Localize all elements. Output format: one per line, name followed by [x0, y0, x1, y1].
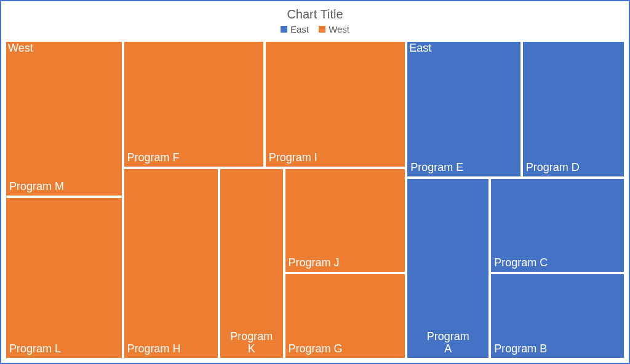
tile-program-a: Program A	[406, 178, 490, 359]
tile-label-program-l: Program L	[9, 343, 61, 355]
tile-program-c: Program C	[490, 178, 625, 273]
tile-program-g: Program G	[284, 273, 407, 359]
tile-label-program-j: Program J	[289, 257, 340, 269]
legend-swatch-east	[281, 26, 287, 33]
tile-program-b: Program B	[490, 273, 625, 359]
tile-program-d: Program D	[522, 41, 625, 178]
tile-label-program-e: Program E	[410, 162, 463, 174]
legend-swatch-west	[319, 26, 325, 33]
tile-program-h: Program H	[123, 168, 219, 359]
tile-program-k: Program K	[219, 168, 284, 359]
legend-item-east: East	[281, 24, 309, 34]
legend: East West	[1, 24, 629, 41]
tile-program-f: Program F	[123, 41, 265, 168]
tile-label-program-m: Program M	[9, 181, 64, 193]
plot-area: West East Program M Program L Program F …	[5, 41, 625, 359]
tile-program-j: Program J	[284, 168, 407, 273]
tile-label-program-h: Program H	[127, 343, 181, 355]
tile-label-program-f: Program F	[127, 152, 180, 164]
tile-label-program-g: Program G	[289, 343, 343, 355]
tile-label-program-d: Program D	[526, 162, 580, 174]
tile-program-l: Program L	[5, 197, 123, 359]
tile-label-program-i: Program I	[269, 152, 317, 164]
tile-label-program-a: Program A	[407, 331, 488, 355]
chart-title: Chart Title	[1, 1, 629, 24]
legend-item-west: West	[319, 24, 349, 34]
treemap-chart: Chart Title East West West East Program …	[0, 0, 630, 364]
legend-label-west: West	[329, 24, 349, 34]
tile-program-m: Program M	[5, 41, 123, 197]
tile-label-program-b: Program B	[494, 343, 547, 355]
tile-program-e: Program E	[406, 41, 521, 178]
legend-label-east: East	[290, 24, 309, 34]
tile-label-program-c: Program C	[494, 257, 548, 269]
tile-program-i: Program I	[265, 41, 406, 168]
tile-label-program-k: Program K	[220, 331, 283, 355]
